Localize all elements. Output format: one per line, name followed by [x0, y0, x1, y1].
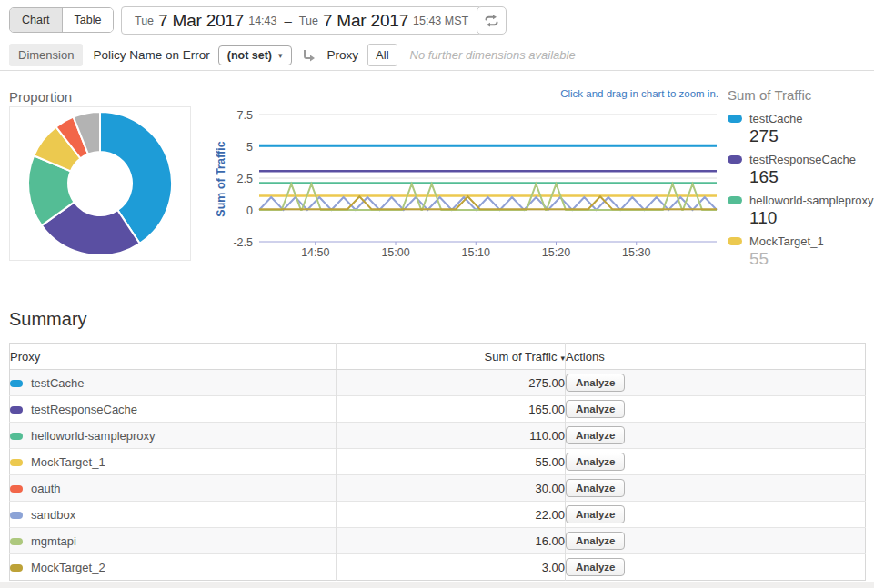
proxy-color-swatch	[10, 512, 23, 519]
y-tick-label: 0	[246, 204, 253, 217]
analyze-button[interactable]: Analyze	[566, 479, 625, 497]
traffic-value: 110.00	[529, 429, 565, 443]
drilldown-all-button[interactable]: All	[367, 44, 397, 66]
legend-swatch	[728, 196, 742, 204]
traffic-value: 165.00	[528, 403, 565, 416]
legend-item[interactable]: helloworld-sampleproxy110	[728, 194, 874, 228]
legend-swatch	[728, 237, 742, 245]
traffic-value: 275.00	[528, 376, 565, 390]
view-toggle: Chart Table	[9, 7, 114, 33]
analyze-button[interactable]: Analyze	[566, 505, 625, 523]
analyze-button[interactable]: Analyze	[566, 426, 625, 444]
proportion-title: Proportion	[9, 89, 72, 105]
end-date: 7 Mar 2017	[323, 11, 408, 31]
table-view-button[interactable]: Table	[62, 8, 114, 32]
start-day: Tue	[135, 15, 154, 27]
start-date: 7 Mar 2017	[158, 11, 244, 31]
column-header-proxy[interactable]: Proxy	[10, 344, 337, 370]
summary-table: Proxy Sum of Traffic▾ Actions testCache2…	[9, 343, 866, 581]
footer-strip	[0, 582, 874, 588]
chart-view-button[interactable]: Chart	[10, 8, 62, 32]
analytics-page: Chart Table Tue 7 Mar 2017 14:43 – Tue 7…	[0, 0, 874, 588]
column-header-sum-of-traffic[interactable]: Sum of Traffic▾	[337, 344, 566, 370]
x-tick-label: 15:10	[462, 246, 490, 259]
proportion-donut-card	[9, 106, 191, 261]
dimension-value: (not set)	[227, 49, 272, 62]
legend-label: testCache	[749, 112, 803, 125]
summary-title: Summary	[9, 309, 87, 330]
x-tick-label: 15:20	[542, 246, 570, 259]
proxy-color-swatch	[10, 406, 23, 414]
legend-item[interactable]: MockTarget_155	[728, 234, 874, 269]
legend-item[interactable]: testResponseCache165	[728, 153, 874, 187]
proxy-color-swatch	[10, 380, 23, 387]
dimension-chip: Dimension	[9, 44, 83, 66]
traffic-value: 30.00	[535, 482, 565, 495]
proxy-name: helloworld-sampleproxy	[31, 429, 156, 443]
table-header-row: Proxy Sum of Traffic▾ Actions	[10, 344, 866, 370]
line-chart[interactable]: -2.502.557.514:5015:0015:1015:2015:30	[218, 103, 718, 259]
dimension-note: No further dimensions available	[410, 48, 576, 62]
zoom-hint: Click and drag in chart to zoom in.	[473, 88, 718, 99]
legend-label: MockTarget_1	[749, 234, 824, 248]
refresh-icon	[484, 15, 499, 27]
table-row: helloworld-sampleproxy110.00Analyze	[10, 423, 866, 449]
end-time: 15:43 MST	[413, 15, 468, 27]
proxy-name: oauth	[31, 482, 61, 495]
legend-swatch	[728, 115, 742, 123]
chart-legend: Sum of Traffic testCache275testResponseC…	[728, 87, 874, 275]
proxy-name: MockTarget_2	[31, 561, 105, 574]
chevron-down-icon: ▾	[278, 51, 283, 60]
y-tick-label: 2.5	[237, 173, 253, 185]
legend-value: 55	[728, 249, 874, 269]
proxy-color-swatch	[10, 459, 23, 466]
y-tick-label: -2.5	[233, 236, 253, 249]
sort-desc-icon: ▾	[560, 354, 565, 363]
table-row: sandbox22.00Analyze	[10, 502, 866, 528]
analyze-button[interactable]: Analyze	[566, 558, 625, 576]
analyze-button[interactable]: Analyze	[566, 374, 625, 392]
proxy-color-swatch	[10, 433, 23, 440]
x-tick-label: 15:30	[622, 246, 650, 259]
legend-label: testResponseCache	[749, 153, 856, 166]
analyze-button[interactable]: Analyze	[566, 400, 625, 418]
analyze-button[interactable]: Analyze	[566, 532, 625, 550]
y-tick-label: 7.5	[237, 109, 253, 122]
table-row: oauth30.00Analyze	[10, 475, 866, 502]
proxy-color-swatch	[10, 485, 23, 493]
traffic-value: 55.00	[535, 455, 565, 469]
proxy-name: testResponseCache	[31, 403, 137, 416]
legend-item[interactable]: testCache275	[728, 112, 874, 146]
date-range-separator: –	[281, 13, 294, 28]
dimension-bar: Dimension Policy Name on Error (not set)…	[0, 40, 874, 71]
date-range-button[interactable]: Tue 7 Mar 2017 14:43 – Tue 7 Mar 2017 15…	[121, 6, 482, 35]
toolbar: Chart Table Tue 7 Mar 2017 14:43 – Tue 7…	[0, 0, 874, 40]
legend-title: Sum of Traffic	[728, 87, 874, 103]
legend-swatch	[728, 155, 742, 164]
proxy-name: testCache	[31, 376, 85, 390]
x-tick-label: 14:50	[301, 246, 329, 259]
drilldown-arrow-icon	[301, 48, 317, 63]
table-row: MockTarget_155.00Analyze	[10, 449, 866, 475]
start-time: 14:43	[248, 15, 276, 27]
donut-chart[interactable]	[10, 107, 190, 260]
analyze-button[interactable]: Analyze	[566, 453, 625, 471]
proxy-name: MockTarget_1	[31, 455, 105, 469]
legend-label: helloworld-sampleproxy	[749, 194, 874, 207]
dimension-name: Policy Name on Error	[93, 48, 209, 62]
column-header-actions: Actions	[566, 344, 866, 370]
table-row: testResponseCache165.00Analyze	[10, 396, 866, 423]
table-row: mgmtapi16.00Analyze	[10, 528, 866, 554]
proxy-color-swatch	[10, 538, 23, 545]
series-line-sandbox	[259, 197, 717, 210]
drilldown-label: Proxy	[327, 48, 359, 62]
table-row: testCache275.00Analyze	[10, 370, 866, 396]
dimension-value-dropdown[interactable]: (not set) ▾	[218, 45, 292, 65]
proxy-name: mgmtapi	[31, 534, 76, 548]
proxy-color-swatch	[10, 564, 23, 572]
refresh-button[interactable]	[477, 6, 507, 35]
traffic-value: 16.00	[535, 534, 565, 548]
y-tick-label: 5	[246, 141, 253, 154]
end-day: Tue	[299, 15, 318, 27]
legend-value: 165	[728, 167, 874, 187]
